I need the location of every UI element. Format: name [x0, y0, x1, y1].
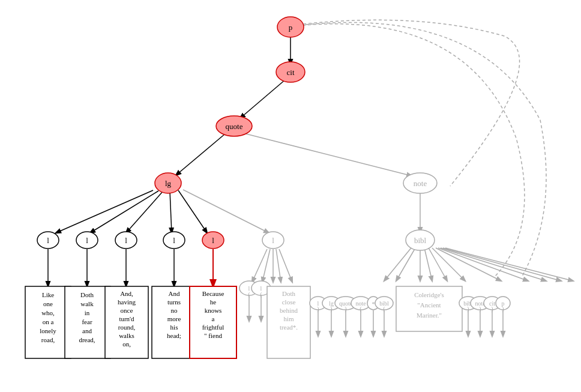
- dashed-p-right: [303, 20, 520, 186]
- node-l6-label: l: [272, 236, 274, 245]
- textbox-1-line6: road,: [41, 336, 55, 343]
- textbox-6-line4: him: [283, 315, 294, 322]
- textbox-coleridge-line2: "Ancient: [417, 301, 441, 309]
- edge-bibl-sub11: [445, 248, 573, 281]
- node-quote-label: quote: [226, 122, 243, 131]
- edge-bibl-sub2: [396, 248, 415, 281]
- node-l1-label: l: [47, 236, 49, 245]
- node-p-label: p: [289, 23, 293, 32]
- node-l5-label: l: [212, 236, 214, 245]
- edge-bibl-text: [436, 248, 501, 281]
- textbox-5-line3: knows: [205, 307, 222, 314]
- textbox-4-line1: And: [169, 290, 180, 297]
- textbox-3: [105, 286, 148, 358]
- node-l3-label: l: [125, 236, 127, 245]
- textbox-3-line3: once: [121, 307, 133, 314]
- edge-lg-l6: [183, 190, 269, 233]
- textbox-1-line3: who,: [41, 309, 55, 316]
- textbox-3-line5: round,: [118, 324, 136, 331]
- edge-quote-lg: [176, 134, 225, 175]
- textbox-4-line4: more: [167, 315, 181, 322]
- edge-lg-l3: [126, 191, 163, 233]
- edge-lg-l2: [90, 191, 158, 233]
- edge-l6-sub1: [252, 249, 267, 282]
- textbox-coleridge-line1: Coleridge's: [414, 291, 444, 298]
- textbox-6: [267, 286, 310, 358]
- node-l4-label: l: [173, 236, 175, 245]
- edge-l6-sub2: [262, 249, 270, 282]
- edge-lg-l5: [178, 190, 207, 233]
- textbox-3-line4: turn'd: [119, 315, 134, 322]
- textbox-5: [190, 286, 236, 358]
- edge-lg-l1: [56, 190, 153, 233]
- textbox-6-line5: tread*.: [280, 324, 298, 331]
- textbox-2-line6: dread,: [79, 336, 95, 343]
- node-bibl-label: bibl: [414, 236, 427, 245]
- edge-bibl-sub8: [438, 248, 528, 281]
- textbox-5-line6: " fiend: [204, 332, 222, 339]
- textbox-2-line2: walk: [80, 300, 94, 307]
- textbox-6-line1: Doth: [282, 290, 296, 297]
- textbox-3-line7: on,: [122, 340, 131, 348]
- textbox-4-line5: his: [170, 324, 178, 331]
- textbox-3-line6: walks: [119, 332, 134, 339]
- textbox-4-line2: turns: [167, 298, 181, 306]
- edge-bibl-sub9: [441, 248, 546, 281]
- textbox-2-line3: in: [85, 309, 90, 316]
- textbox-6-line3: behind: [280, 307, 298, 314]
- textbox-5-line4: a: [212, 315, 215, 322]
- textbox-1-line2: one: [43, 300, 53, 307]
- textbox-1-line4: on a: [43, 318, 54, 325]
- textbox-1-line5: lonely: [40, 327, 56, 334]
- edge-l6-sub4: [276, 249, 281, 282]
- textbox-4-line3: no: [171, 307, 178, 314]
- node-cit-label: cit: [287, 68, 295, 77]
- textbox-2-line5: and: [82, 327, 92, 334]
- textbox-5-line2: he: [210, 298, 217, 306]
- node-sub-star-label: *: [372, 301, 375, 307]
- textbox-4-line6: head;: [167, 332, 181, 339]
- edge-bibl-sub1: [384, 248, 411, 281]
- textbox-5-line1: Because: [202, 290, 224, 297]
- textbox-coleridge-line3: Mariner.": [417, 312, 442, 319]
- textbox-2-line1: Doth: [80, 291, 94, 298]
- node-note-label: note: [414, 179, 427, 188]
- textbox-3-line2: having: [118, 298, 136, 306]
- tree-diagram: p cit quote note lg bibl l l l l l l Lik…: [0, 0, 581, 392]
- textbox-5-line5: frightful: [202, 324, 224, 331]
- edge-l6-sub5: [279, 249, 292, 282]
- textbox-3-line1: And,: [120, 290, 133, 297]
- edge-lg-l4: [170, 191, 172, 233]
- textbox-2-line4: fear: [82, 318, 92, 325]
- node-l2-label: l: [86, 236, 88, 245]
- edge-quote-note: [244, 133, 412, 176]
- textbox-1-line1: Like: [42, 291, 54, 298]
- edge-cit-quote: [240, 80, 285, 118]
- node-lg-label: lg: [165, 179, 172, 188]
- textbox-6-line2: close: [282, 298, 296, 306]
